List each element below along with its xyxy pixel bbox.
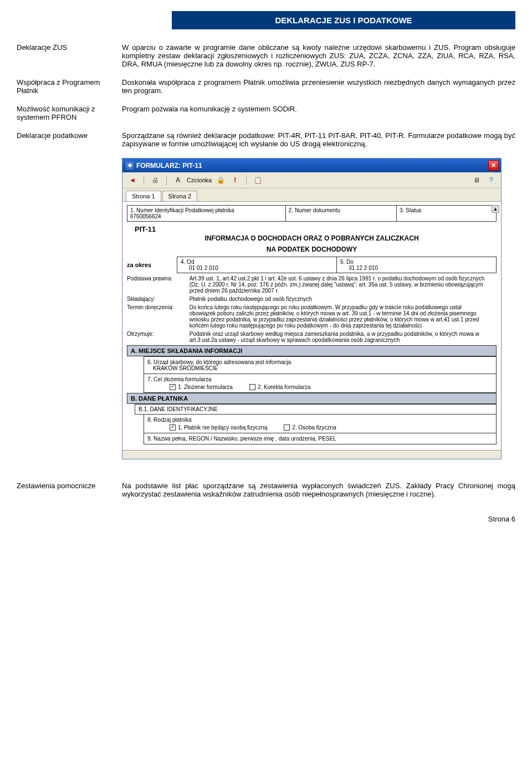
text: Na podstawie list płac sporządzane są ze…	[122, 482, 515, 498]
form-subtitle1: INFORMACJA O DOCHODACH ORAZ O POBRANYCH …	[127, 234, 497, 242]
section-header: DEKLARACJE ZUS I PODATKOWE	[172, 11, 515, 29]
date-to-label: 5. Do	[340, 259, 493, 265]
form-subtitle2: NA PODATEK DOCHODOWY	[127, 245, 497, 253]
otrzymuje-text: Podatnik oraz urząd skarbowy według miej…	[190, 331, 489, 343]
help-icon[interactable]: ?	[485, 175, 497, 185]
app-icon: ❖	[126, 162, 134, 170]
section-a-header: A. MIEJSCE SKŁADANIA INFORMACJI	[127, 345, 497, 356]
label: Deklaracje podatkowe	[17, 131, 122, 140]
field6-value: KRAKÓW ŚRÓDMIEŚCIE	[147, 365, 493, 371]
date-from-label: 4. Od	[181, 259, 333, 265]
field1-label: 1. Numer Identyfikacji Podatkowej płatni…	[130, 207, 283, 213]
row-podatkowe: Deklaracje podatkowe Sporządzane są równ…	[17, 131, 515, 148]
row-pfron: Możliwość komunikacji z systemem PFRON P…	[17, 105, 515, 121]
font-icon[interactable]: A	[172, 175, 183, 185]
font-label: Czcionka	[187, 177, 212, 183]
row-deklaracje-zus: Deklaracje ZUS W oparciu o zawarte w pro…	[17, 43, 515, 68]
podstawa-label: Podstawa prawna:	[127, 275, 188, 282]
status-bar	[122, 450, 501, 459]
row-zestawienia: Zestawienia pomocnicze Na podstawie list…	[17, 482, 515, 498]
checkbox-korekta[interactable]: 2. Korekta formularza	[249, 384, 311, 390]
lock-icon[interactable]: 🔒	[215, 175, 226, 185]
label: Współpraca z Programem Płatnik	[17, 78, 122, 95]
termin-label: Termin doręczenia:	[127, 304, 188, 310]
date-from-value: 01 01 2 010	[181, 265, 333, 271]
skladajacy-text: Płatnik podatku dochodowego od osób fizy…	[190, 296, 489, 302]
skladajacy-label: Składający:	[127, 296, 188, 302]
back-icon[interactable]: ◄	[127, 175, 138, 185]
print-icon[interactable]: 🖨	[150, 175, 161, 185]
close-button[interactable]: ✕	[488, 160, 499, 171]
section-b1-header: B.1. DANE IDENTYFIKACYJNE	[135, 404, 497, 415]
date-to-value: 31 12 2 010	[340, 265, 493, 271]
tab-page1[interactable]: Strona 1	[126, 191, 161, 201]
window-title: FORMULARZ: PIT-11	[136, 162, 202, 170]
form-window: ❖ FORMULARZ: PIT-11 ✕ ◄ 🖨 A Czcionka 🔒 !…	[122, 158, 502, 459]
calc-icon[interactable]: 🖥	[471, 175, 482, 185]
tab-strip: Strona 1 Strona 2	[122, 188, 501, 202]
toolbar: ◄ 🖨 A Czcionka 🔒 ! 📋 🖥 ?	[122, 172, 501, 188]
field1-value: 6760056624	[130, 213, 283, 219]
field3-label: 3. Status	[397, 205, 497, 222]
form-body: ▲ 1. Numer Identyfikacji Podatkowej płat…	[122, 202, 501, 450]
podstawa-text: Art.39 ust. 1, art.42 ust.2 pkt 1 i art.…	[190, 275, 489, 294]
label: Możliwość komunikacji z systemem PFRON	[17, 105, 122, 121]
text: Program pozwala na komunikację z systeme…	[122, 105, 515, 113]
checkbox-fizyczna[interactable]: 2. Osoba fizyczna	[284, 424, 336, 431]
period-label: za okres	[127, 262, 177, 268]
text: W oparciu o zawarte w programie dane obl…	[122, 43, 515, 68]
field2-label: 2. Numer dokumentu	[286, 205, 397, 222]
section-b-header: B. DANE PŁATNIKA	[127, 393, 497, 404]
row-platnik: Współpraca z Programem Płatnik Doskonała…	[17, 78, 515, 95]
field9-label: 9. Nazwa pełna, REGON / Nazwisko, pierws…	[144, 433, 497, 444]
termin-text: Do końca lutego roku następującego po ro…	[190, 304, 489, 329]
checkbox-zlożenie[interactable]: 1. Złożenie formularza	[170, 384, 233, 390]
page-footer: Strona 6	[17, 515, 515, 523]
field8-label: 8. Rodzaj płatnika	[147, 417, 493, 423]
tab-page2[interactable]: Strona 2	[162, 191, 198, 201]
text: Sporządzane są również deklaracje podatk…	[122, 131, 515, 148]
label: Deklaracje ZUS	[17, 43, 122, 52]
form-name: PIT-11	[135, 225, 497, 233]
warning-icon[interactable]: !	[229, 175, 241, 185]
label: Zestawienia pomocnicze	[17, 482, 122, 490]
scroll-up-icon[interactable]: ▲	[492, 205, 499, 213]
field7-label: 7. Cel złożenia formularza	[147, 376, 493, 382]
copy-icon[interactable]: 📋	[252, 175, 263, 185]
otrzymuje-label: Otrzymuje:	[127, 331, 188, 337]
checkbox-niefizyczna[interactable]: 1. Płatnik nie będący osobą fizyczną	[170, 424, 267, 431]
field6-label: 6. Urząd skarbowy, do którego adresowana…	[147, 359, 493, 365]
titlebar: ❖ FORMULARZ: PIT-11 ✕	[122, 158, 501, 172]
text: Doskonała współpraca z programem Płatnik…	[122, 78, 515, 95]
